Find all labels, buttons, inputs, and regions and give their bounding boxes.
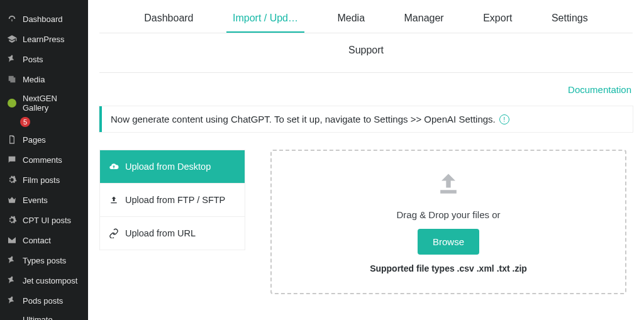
plugin-tabs-row2: Support	[99, 33, 633, 73]
dashboard-icon	[6, 13, 18, 25]
sidebar-item-label: Ultimate Member	[23, 315, 82, 320]
sidebar-item-label: NextGEN Gallery	[23, 94, 82, 113]
sidebar-item-label: Dashboard	[23, 14, 63, 24]
comment-icon	[6, 154, 18, 165]
main-area: Dashboard Import / Upd… Media Manager Ex…	[88, 0, 644, 320]
link-icon	[109, 228, 119, 238]
envelope-icon	[6, 234, 18, 246]
chatgpt-notice: Now generate content using ChatGPT. To s…	[99, 106, 633, 132]
crown-icon	[6, 194, 18, 206]
sidebar-item-label: Contact	[23, 236, 51, 245]
sidebar-item-label: Pages	[23, 135, 46, 145]
sidebar-item-cpt-ui-posts[interactable]: CPT UI posts	[0, 210, 88, 230]
upload-source-tabs: Upload from Desktop Upload from FTP / SF…	[99, 150, 245, 250]
upload-source-label: Upload from URL	[125, 228, 196, 238]
page-icon	[6, 134, 18, 145]
sidebar-item-label: Types posts	[23, 256, 66, 265]
file-dropzone[interactable]: Drag & Drop your files or Browse Support…	[270, 150, 626, 294]
documentation-link[interactable]: Documentation	[568, 84, 631, 95]
plugin-panel: Dashboard Import / Upd… Media Manager Ex…	[88, 0, 644, 320]
sidebar-item-jet-custompost[interactable]: Jet custompost	[0, 270, 88, 290]
sidebar-item-film-posts[interactable]: Film posts	[0, 170, 88, 190]
pin-icon	[6, 295, 18, 306]
pin-icon	[6, 275, 18, 286]
update-count-badge: 5	[20, 117, 30, 127]
tab-support[interactable]: Support	[342, 40, 390, 63]
sidebar-item-pods-posts[interactable]: Pods posts	[0, 290, 88, 311]
sidebar-item-label: Comments	[23, 155, 62, 165]
notice-text: Now generate content using ChatGPT. To s…	[111, 114, 496, 124]
graduation-cap-icon	[6, 33, 18, 45]
upload-tray-icon	[109, 195, 119, 205]
sidebar-item-ultimate-member[interactable]: Ultimate Member	[0, 311, 88, 320]
upload-icon	[435, 170, 462, 201]
gear-icon	[6, 214, 18, 226]
tab-export[interactable]: Export	[477, 8, 518, 33]
sidebar-item-label: Film posts	[23, 175, 60, 185]
sidebar-item-comments[interactable]: Comments	[0, 150, 88, 170]
sidebar-item-pages[interactable]: Pages	[0, 130, 88, 150]
sidebar-item-label: Jet custompost	[23, 276, 77, 285]
dropzone-text: Drag & Drop your files or	[396, 209, 500, 220]
sidebar-badge-wrap: 5	[0, 116, 88, 127]
upload-source-ftp[interactable]: Upload from FTP / SFTP	[100, 184, 245, 217]
sidebar-item-learnpress[interactable]: LearnPress	[0, 29, 88, 49]
tab-dashboard[interactable]: Dashboard	[138, 8, 199, 33]
upload-source-label: Upload from FTP / SFTP	[125, 195, 225, 205]
sidebar-item-events[interactable]: Events	[0, 190, 88, 210]
tab-settings[interactable]: Settings	[545, 8, 594, 33]
upload-source-desktop[interactable]: Upload from Desktop	[100, 150, 245, 184]
upload-source-url[interactable]: Upload from URL	[100, 217, 245, 250]
sidebar-item-label: LearnPress	[23, 35, 64, 44]
tab-manager[interactable]: Manager	[398, 8, 450, 33]
info-icon[interactable]: !	[499, 114, 509, 124]
sidebar-item-label: CPT UI posts	[23, 216, 71, 225]
sidebar-item-posts[interactable]: Posts	[0, 49, 88, 69]
supported-types-text: Supported file types .csv .xml .txt .zip	[370, 263, 527, 273]
pin-icon	[6, 53, 18, 65]
cloud-upload-icon	[109, 162, 119, 172]
pin-icon	[6, 255, 18, 266]
sidebar-item-types-posts[interactable]: Types posts	[0, 250, 88, 270]
upload-source-label: Upload from Desktop	[125, 162, 211, 172]
tab-import-update[interactable]: Import / Upd…	[226, 8, 304, 33]
sidebar-item-contact[interactable]: Contact	[0, 230, 88, 250]
sidebar-item-dashboard[interactable]: Dashboard	[0, 9, 88, 29]
sidebar-item-nextgen-gallery[interactable]: NextGEN Gallery	[0, 89, 88, 117]
doc-row: Documentation	[88, 73, 644, 101]
nextgen-icon	[6, 97, 18, 109]
media-icon	[6, 74, 18, 85]
admin-sidebar: Dashboard LearnPress Posts Media NextGEN…	[0, 0, 88, 320]
sidebar-item-label: Media	[23, 75, 45, 84]
plugin-tabs-row: Dashboard Import / Upd… Media Manager Ex…	[99, 0, 633, 33]
sidebar-item-media[interactable]: Media	[0, 69, 88, 89]
sidebar-item-label: Events	[23, 196, 48, 205]
import-content-row: Upload from Desktop Upload from FTP / SF…	[88, 132, 644, 294]
sidebar-item-label: Posts	[23, 55, 43, 64]
gear-icon	[6, 174, 18, 185]
sidebar-item-label: Pods posts	[23, 296, 63, 306]
tab-media[interactable]: Media	[331, 8, 371, 33]
browse-button[interactable]: Browse	[418, 229, 479, 255]
